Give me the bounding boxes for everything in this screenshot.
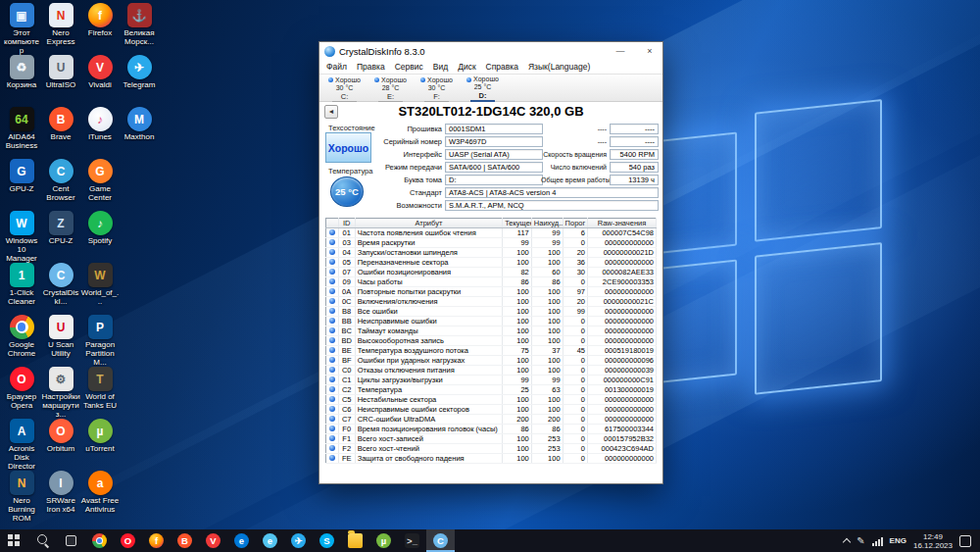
drive-tab[interactable]: Хорошо 28 °C E: [368, 75, 414, 101]
desktop-icon[interactable]: O Браузер Opera [2, 367, 41, 419]
smart-row[interactable]: C5 Нестабильные сектора 100 100 0 000000… [326, 395, 657, 405]
taskbar-item[interactable]: >_ [398, 529, 426, 552]
smart-row[interactable]: BD Высокооборотная запись 100 100 0 0000… [326, 336, 657, 346]
desktop-icon[interactable]: ♪ iTunes [80, 107, 120, 159]
chevron-up-icon[interactable] [843, 538, 851, 546]
smart-row[interactable]: F2 Всего хост-чтений 100 253 0 000423C69… [326, 444, 657, 454]
desktop-icon[interactable]: 1 1-Click Cleaner [2, 263, 41, 315]
desktop-icon[interactable]: O Orbitum [41, 419, 80, 471]
clock[interactable]: 12:49 16.12.2023 [913, 532, 953, 550]
desktop-icon[interactable]: a Avast Free Antivirus [80, 471, 120, 523]
smart-row[interactable]: 04 Запуски/остановки шпинделя 100 100 20… [326, 248, 657, 258]
smart-row[interactable]: BB Неисправимые ошибки 100 100 0 0000000… [326, 317, 657, 326]
smart-row[interactable]: C7 CRC-ошибки UltraDMA 200 200 0 0000000… [326, 415, 657, 425]
desktop-icon[interactable]: V Vivaldi [80, 55, 120, 107]
desktop-icon[interactable]: N Nero Express [41, 3, 80, 55]
smart-row[interactable]: FE Защита от свободного падения 100 100 … [326, 454, 657, 464]
menu-item[interactable]: Язык(Language) [523, 61, 595, 73]
smart-row[interactable]: C6 Неисправимые ошибки секторов 100 100 … [326, 405, 657, 415]
desktop-icon[interactable]: A Acronis Disk Director 1... [2, 419, 41, 471]
smart-row[interactable]: 07 Ошибки позиционирования 82 60 30 0000… [326, 268, 657, 277]
taskbar-item[interactable]: V [199, 529, 227, 552]
pen-icon[interactable]: ✎ [857, 535, 864, 546]
smart-row[interactable]: 01 Частота появления ошибок чтения 117 9… [326, 228, 657, 238]
smart-row[interactable]: C0 Отказы отключения питания 100 100 0 0… [326, 366, 657, 376]
taskbar-item[interactable]: f [142, 529, 171, 552]
menu-item[interactable]: Файл [321, 61, 352, 73]
desktop-icon[interactable]: T World of Tanks EU [80, 367, 120, 419]
taskbar-item[interactable] [341, 529, 369, 552]
taskbar-item[interactable]: C [426, 529, 455, 552]
taskbar-item[interactable] [85, 529, 114, 552]
desktop-icon[interactable]: U UltraISO [41, 55, 80, 107]
desktop-icon[interactable]: M Maxthon [120, 107, 159, 159]
desktop-icon[interactable]: G GPU-Z [2, 159, 41, 211]
taskbar-item[interactable] [57, 529, 85, 552]
minimize-button[interactable]: — [608, 42, 633, 60]
desktop-icon-label: SRWare Iron x64 [41, 496, 80, 514]
smart-row[interactable]: F1 Всего хост-записей 100 253 0 00015795… [326, 434, 657, 444]
health-status-box[interactable]: Хорошо [325, 132, 371, 163]
desktop-icon[interactable]: W World_of_... [80, 263, 120, 315]
drive-tab[interactable]: Хорошо 30 °C F: [414, 75, 460, 101]
desktop-icon[interactable]: µ uTorrent [80, 419, 120, 471]
taskbar-item[interactable] [0, 529, 28, 552]
language-indicator[interactable]: ENG [890, 536, 906, 545]
taskbar-item[interactable]: µ [369, 529, 398, 552]
smart-raw-value: 000000000096 [588, 356, 657, 366]
smart-row[interactable]: C1 Циклы загрузки/выгрузки 99 99 0 00000… [326, 376, 657, 385]
desktop-icon[interactable]: ⚓ Великая Морск... [120, 3, 159, 55]
taskbar-item[interactable]: ✈ [284, 529, 313, 552]
taskbar-item[interactable] [28, 529, 57, 552]
smart-row[interactable]: F0 Время позиционирования головок (часы)… [326, 425, 657, 434]
smart-current: 99 [503, 376, 532, 385]
previous-drive-button[interactable]: ◄ [324, 105, 338, 119]
menu-item[interactable]: Справка [481, 61, 523, 73]
drive-tab[interactable]: Хорошо 30 °C C: [321, 75, 368, 101]
drive-tab[interactable]: Хорошо 25 °C D: [460, 75, 506, 101]
smart-row[interactable]: C2 Температура 25 63 0 001300000019 [326, 385, 657, 395]
taskbar-item[interactable]: e [256, 529, 284, 552]
taskbar-item[interactable]: e [227, 529, 256, 552]
menu-item[interactable]: Правка [352, 61, 390, 73]
taskbar-item[interactable]: B [171, 529, 199, 552]
desktop-icon[interactable]: B Brave [41, 107, 80, 159]
desktop-icon[interactable]: G Game Center [80, 159, 120, 211]
desktop-icon[interactable]: ♪ Spotify [80, 211, 120, 263]
smart-row[interactable]: B8 Все ошибки 100 100 99 000000000000 [326, 307, 657, 317]
desktop-icon[interactable]: U U Scan Utility [41, 315, 80, 367]
desktop-icon[interactable]: P Paragon Partition M... [80, 315, 120, 367]
desktop-icon[interactable]: N Nero Burning ROM [2, 471, 41, 523]
smart-row[interactable]: BF Ошибки при ударных нагрузках 100 100 … [326, 356, 657, 366]
taskbar-item[interactable]: S [313, 529, 341, 552]
smart-row[interactable]: 05 Переназначенные сектора 100 100 36 00… [326, 258, 657, 268]
desktop-icon[interactable]: ▣ Этот компьютер [2, 3, 41, 55]
desktop-icon[interactable]: Google Chrome [2, 315, 41, 367]
taskbar-item[interactable]: O [114, 529, 142, 552]
desktop-icon[interactable]: C CrystalDiskI... [41, 263, 80, 315]
desktop-icon[interactable]: I SRWare Iron x64 [41, 471, 80, 523]
desktop-icon[interactable]: C Cent Browser [41, 159, 80, 211]
desktop[interactable]: ▣ Этот компьютер ♻ Корзина 64 AIDA64 Bus… [0, 0, 980, 529]
desktop-icon[interactable]: Z CPU-Z [41, 211, 80, 263]
menu-item[interactable]: Сервис [390, 61, 428, 73]
smart-row[interactable]: 0A Повторные попытки раскрутки 100 100 9… [326, 287, 657, 297]
smart-row[interactable]: 09 Часы работы 86 86 0 2CE900003353 [326, 277, 657, 287]
desktop-icon[interactable]: ♻ Корзина [2, 55, 41, 107]
temperature-indicator[interactable]: 25 °C [330, 176, 364, 207]
smart-row[interactable]: BE Температура воздушного потока 75 37 4… [326, 346, 657, 356]
desktop-icon[interactable]: ⚙ Настройки маршрутиз... [41, 367, 80, 419]
menu-item[interactable]: Диск [453, 61, 480, 73]
desktop-icon[interactable]: W Windows 10 Manager [2, 211, 41, 263]
network-icon[interactable] [872, 536, 883, 546]
desktop-icon[interactable]: ✈ Telegram [120, 55, 159, 107]
notification-center-icon[interactable] [959, 535, 971, 547]
smart-row[interactable]: 0C Включения/отключения 100 100 20 00000… [326, 297, 657, 307]
smart-row[interactable]: BC Таймаут команды 100 100 0 00000000000… [326, 326, 657, 336]
menu-item[interactable]: Вид [428, 61, 453, 73]
desktop-icon[interactable]: 64 AIDA64 Business [2, 107, 41, 159]
desktop-icon[interactable]: f Firefox [80, 3, 120, 55]
close-button[interactable]: × [637, 42, 662, 60]
smart-row[interactable]: 03 Время раскрутки 99 99 0 000000000000 [326, 238, 657, 248]
window-titlebar[interactable]: CrystalDiskInfo 8.3.0 — × [319, 42, 662, 60]
